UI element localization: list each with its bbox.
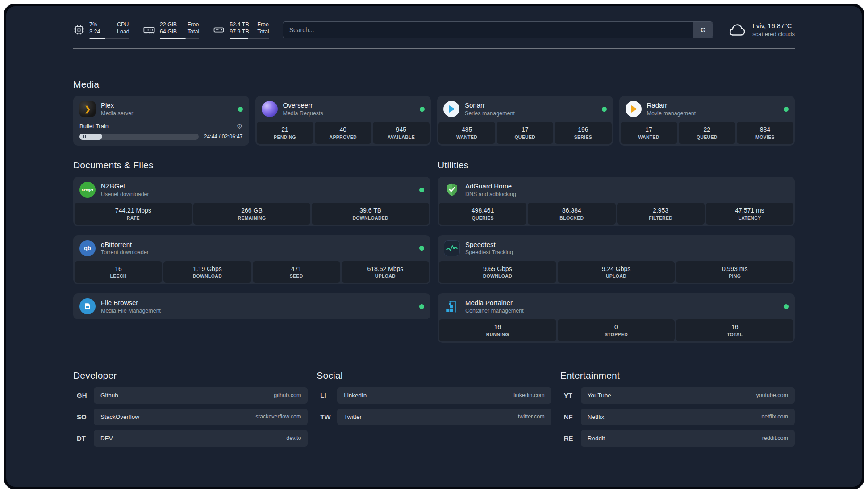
search-box: G xyxy=(283,21,714,38)
status-dot xyxy=(784,107,789,112)
service-link-nzbget[interactable]: nzbget NZBGet Usenet downloader xyxy=(73,177,430,203)
service-card-qbittorrent: qb qBittorrent Torrent downloader 16 LEE… xyxy=(73,235,430,284)
stat-label: WANTED xyxy=(440,134,493,141)
stat-value: 86,384 xyxy=(530,206,613,215)
service-link-radarr[interactable]: Radarr Movie management xyxy=(619,96,795,122)
status-dot xyxy=(238,107,243,112)
section-heading-entertainment: Entertainment xyxy=(560,370,795,381)
service-card-radarr: Radarr Movie management 17 WANTED 22 QUE… xyxy=(619,96,795,146)
stat-block: 16 LEECH xyxy=(75,261,162,283)
search-provider-button[interactable]: G xyxy=(693,22,713,38)
stat-label: FILTERED xyxy=(619,215,703,221)
bookmark-youtube[interactable]: YT YouTube youtube.com xyxy=(560,387,795,404)
bookmark-github[interactable]: GH Github github.com xyxy=(73,387,308,404)
stat-value: 196 xyxy=(556,125,609,134)
cpu-widget: 7% 3.24 CPU Load xyxy=(73,21,129,39)
service-card-nzbget: nzbget NZBGet Usenet downloader 744.21 M… xyxy=(73,177,430,226)
stat-block: 22 QUEUED xyxy=(679,122,735,144)
stat-value: 0.993 ms xyxy=(678,265,792,273)
stat-block: 1.19 Gbps DOWNLOAD xyxy=(163,261,251,283)
bookmark-netflix[interactable]: NF Netflix netflix.com xyxy=(560,409,795,425)
bookmark-name: LinkedIn xyxy=(344,392,367,399)
service-link-speedtest[interactable]: Speedtest Speedtest Tracking xyxy=(438,235,795,261)
stat-value: 9.24 Gbps xyxy=(559,265,673,273)
stat-label: PENDING xyxy=(259,134,312,141)
service-subtitle: Movie management xyxy=(647,110,696,117)
service-link-sonarr[interactable]: Sonarr Series management xyxy=(437,96,613,122)
stat-block: 2,953 FILTERED xyxy=(617,203,705,225)
bookmark-abbr: SO xyxy=(73,413,94,421)
stat-block: 17 QUEUED xyxy=(497,122,553,144)
service-link-filebrowser[interactable]: File Browser Media File Management xyxy=(73,293,430,319)
stat-value: 744.21 Mbps xyxy=(76,206,190,215)
service-link-overseerr[interactable]: Overseerr Media Requests xyxy=(255,96,431,122)
bookmark-twitter[interactable]: TW Twitter twitter.com xyxy=(317,409,551,425)
pause-icon[interactable] xyxy=(83,135,86,138)
sonarr-icon xyxy=(443,101,459,117)
bookmark-reddit[interactable]: RE Reddit reddit.com xyxy=(560,430,795,447)
gear-icon[interactable]: ⚙ xyxy=(237,123,242,130)
stat-value: 16 xyxy=(678,323,792,331)
service-link-plex[interactable]: ❯ Plex Media server xyxy=(73,96,249,122)
stat-label: DOWNLOAD xyxy=(441,273,555,280)
service-name: Overseerr xyxy=(283,101,323,110)
status-dot xyxy=(419,304,424,309)
topbar-divider xyxy=(73,48,795,49)
stat-value: 21 xyxy=(259,125,312,134)
service-card-overseerr: Overseerr Media Requests 21 PENDING 40 A… xyxy=(255,96,431,146)
service-card-plex: ❯ Plex Media server Bullet Train ⚙ xyxy=(73,96,249,146)
bookmark-group-developer: Developer GH Github github.com SO StackO… xyxy=(73,370,308,451)
stat-block: 9.24 Gbps UPLOAD xyxy=(558,261,675,283)
bookmark-dev[interactable]: DT DEV dev.to xyxy=(73,430,308,447)
stat-block: 834 MOVIES xyxy=(737,122,793,144)
disk-progress-bar xyxy=(230,38,269,39)
bookmark-abbr: LI xyxy=(317,392,337,399)
service-card-adguard: AdGuard Home DNS and adblocking 498,461 … xyxy=(438,177,795,226)
bookmark-domain: twitter.com xyxy=(518,414,545,420)
speedtest-icon xyxy=(444,240,460,256)
bookmark-abbr: NF xyxy=(560,413,581,421)
bookmark-name: Reddit xyxy=(588,435,605,442)
stat-label: LEECH xyxy=(76,273,160,280)
memory-free: 22 GiB xyxy=(160,21,180,28)
stat-label: UPLOAD xyxy=(343,273,427,280)
service-link-qbittorrent[interactable]: qb qBittorrent Torrent downloader xyxy=(73,235,430,261)
service-name: qBittorrent xyxy=(101,240,149,249)
stat-value: 834 xyxy=(739,125,792,134)
disk-free-label: Free xyxy=(257,21,269,28)
stat-block: 16 RUNNING xyxy=(439,319,556,341)
section-heading-utilities: Utilities xyxy=(438,160,795,171)
status-dot xyxy=(602,107,607,112)
bookmark-domain: linkedin.com xyxy=(513,392,544,398)
bookmark-domain: youtube.com xyxy=(756,392,788,398)
playback-time: 24:44 / 02:06:47 xyxy=(204,134,243,140)
status-dot xyxy=(420,107,425,112)
bookmark-abbr: RE xyxy=(560,435,581,442)
service-link-adguard[interactable]: AdGuard Home DNS and adblocking xyxy=(438,177,795,203)
stat-label: APPROVED xyxy=(317,134,370,141)
stat-label: QUEUED xyxy=(680,134,734,141)
stat-block: 16 TOTAL xyxy=(676,319,793,341)
radarr-icon xyxy=(626,101,642,117)
bookmark-name: Netflix xyxy=(588,414,605,420)
weather-condition: scattered clouds xyxy=(752,30,795,38)
section-documents: Documents & Files nzbget NZBGet Usenet d… xyxy=(73,160,430,343)
stat-value: 485 xyxy=(440,125,493,134)
stat-label: UPLOAD xyxy=(559,273,673,280)
bookmark-linkedin[interactable]: LI LinkedIn linkedin.com xyxy=(317,387,551,404)
stat-value: 39.6 TB xyxy=(313,206,427,215)
service-link-portainer[interactable]: Media Portainer Container management xyxy=(438,293,795,319)
dashboard-panel: 7% 3.24 CPU Load xyxy=(4,4,864,489)
bookmark-group-entertainment: Entertainment YT YouTube youtube.com NF … xyxy=(560,370,795,451)
bookmark-abbr: GH xyxy=(73,392,94,399)
stat-block: 47.571 ms LATENCY xyxy=(706,203,793,225)
stat-block: 0 STOPPED xyxy=(558,319,675,341)
memory-total: 64 GiB xyxy=(160,28,180,35)
search-input[interactable] xyxy=(283,22,693,38)
service-subtitle: Series management xyxy=(465,110,515,117)
playback-progress-bar[interactable] xyxy=(79,134,199,140)
stat-block: 9.65 Gbps DOWNLOAD xyxy=(439,261,556,283)
weather-widget: Lviv, 16.87°C scattered clouds xyxy=(726,20,795,40)
bookmark-domain: github.com xyxy=(274,392,301,398)
bookmark-stackoverflow[interactable]: SO StackOverflow stackoverflow.com xyxy=(73,409,308,425)
